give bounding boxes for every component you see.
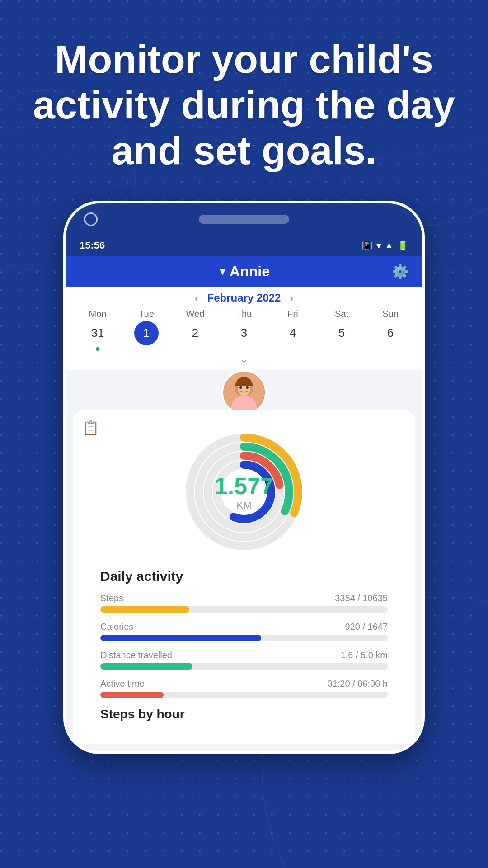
calendar-day[interactable]: Sat5 — [324, 309, 360, 351]
cal-day-name: Fri — [287, 309, 298, 319]
cal-day-name: Sat — [335, 309, 348, 319]
prev-month-button[interactable]: ‹ — [195, 292, 198, 304]
cal-day-name: Tue — [139, 309, 154, 319]
steps-by-hour-title: Steps by hour — [100, 707, 388, 722]
calendar-day[interactable]: Mon31 — [80, 309, 116, 351]
activity-label-row: Steps3354 / 10635 — [100, 593, 388, 604]
header-title-area[interactable]: ▾ Annie — [98, 263, 392, 280]
cal-day-number: 4 — [281, 321, 305, 345]
ring-unit-label: KM — [215, 500, 273, 511]
cal-day-name: Thu — [236, 309, 252, 319]
phone-camera — [84, 212, 98, 226]
settings-icon[interactable]: ⚙️ — [392, 264, 408, 279]
progress-bar-background — [100, 663, 388, 670]
app-header: ▾ Annie ⚙️ — [66, 256, 422, 287]
calendar-section: ‹ February 2022 › Mon31Tue1Wed2Thu3Fri4S… — [66, 287, 422, 370]
calendar-month-row: ‹ February 2022 › — [73, 292, 415, 304]
steps-by-hour-section: Steps by hour — [87, 707, 401, 731]
signal-icon: ▲ — [385, 240, 394, 250]
cal-day-number: 2 — [183, 321, 207, 345]
ring-center: 1.577 KM — [215, 472, 273, 511]
activity-label-text: Active time — [100, 679, 145, 689]
activity-row: Distance travelled1.6 / 5.0 km — [100, 650, 388, 670]
activity-value-text: 920 / 1647 — [345, 622, 388, 632]
ring-chart: 1.577 KM — [87, 424, 401, 560]
calendar-day[interactable]: Wed2 — [177, 309, 213, 351]
status-time: 15:56 — [80, 240, 105, 251]
daily-activity-section: Daily activity Steps3354 / 10635Calories… — [87, 569, 401, 698]
calendar-day[interactable]: Fri4 — [275, 309, 311, 351]
cal-day-name: Mon — [89, 309, 107, 319]
phone-speaker — [199, 215, 289, 224]
phone-top-bar — [66, 203, 422, 235]
avatar-wrapper — [73, 370, 415, 415]
activity-value-text: 3354 / 10635 — [335, 593, 388, 604]
child-avatar — [221, 370, 267, 415]
activity-card: 📋 — [73, 410, 415, 744]
progress-bar-fill — [100, 692, 164, 698]
calendar-days-row: Mon31Tue1Wed2Thu3Fri4Sat5Sun6 — [73, 309, 415, 351]
calendar-day[interactable]: Thu3 — [226, 309, 262, 351]
activity-section: 📋 — [66, 370, 422, 751]
phone-frame: 15:56 📳 ▾ ▲ 🔋 ▾ Annie ⚙️ ‹ February 2022… — [63, 201, 425, 754]
calendar-day[interactable]: Tue1 — [128, 309, 164, 351]
progress-bar-background — [100, 692, 388, 698]
activity-label-row: Calories920 / 1647 — [100, 622, 388, 632]
header-chevron-icon: ▾ — [220, 265, 225, 278]
cal-day-name: Sun — [382, 309, 399, 319]
phone-mockup: 15:56 📳 ▾ ▲ 🔋 ▾ Annie ⚙️ ‹ February 2022… — [0, 201, 488, 754]
status-bar: 15:56 📳 ▾ ▲ 🔋 — [66, 235, 422, 256]
activity-label-text: Steps — [100, 593, 123, 604]
activity-row: Active time01:20 / 06:00 h — [100, 679, 388, 698]
hero-section: Monitor your child's activity during the… — [0, 0, 488, 192]
wifi-icon: ▾ — [376, 240, 381, 251]
activity-label-row: Distance travelled1.6 / 5.0 km — [100, 650, 388, 660]
activity-row: Calories920 / 1647 — [100, 622, 388, 641]
hero-headline: Monitor your child's activity during the… — [27, 36, 461, 174]
cal-day-number: 6 — [378, 321, 403, 345]
next-month-button[interactable]: › — [290, 292, 293, 304]
cal-day-number: 3 — [232, 321, 256, 345]
progress-bar-fill — [100, 635, 261, 641]
calendar-expand-icon[interactable]: ⌄ — [73, 351, 415, 365]
calendar-day[interactable]: Sun6 — [372, 309, 408, 351]
cal-day-number: 1 — [134, 321, 159, 345]
cal-day-dot — [96, 347, 99, 351]
activity-row: Steps3354 / 10635 — [100, 593, 388, 613]
cal-day-number: 31 — [85, 321, 110, 345]
activity-value-text: 1.6 / 5.0 km — [341, 650, 388, 660]
activity-value-text: 01:20 / 06:00 h — [328, 679, 388, 689]
activity-label-text: Calories — [100, 622, 133, 632]
activity-rows: Steps3354 / 10635Calories920 / 1647Dista… — [100, 593, 388, 698]
progress-bar-background — [100, 606, 388, 613]
progress-bar-background — [100, 635, 388, 641]
calendar-month-year: February 2022 — [207, 292, 281, 304]
ring-distance-value: 1.577 — [215, 472, 273, 500]
progress-bar-fill — [100, 606, 189, 613]
status-icons: 📳 ▾ ▲ 🔋 — [361, 240, 408, 251]
activity-label-row: Active time01:20 / 06:00 h — [100, 679, 388, 689]
vibrate-icon: 📳 — [361, 240, 373, 251]
progress-bar-fill — [100, 663, 192, 670]
activity-label-text: Distance travelled — [100, 650, 172, 660]
svg-point-7 — [246, 386, 249, 389]
svg-point-6 — [239, 386, 242, 389]
daily-activity-title: Daily activity — [100, 569, 388, 584]
child-name-label: Annie — [230, 263, 270, 280]
cal-day-number: 5 — [329, 321, 354, 345]
battery-icon: 🔋 — [397, 240, 408, 251]
cal-day-name: Wed — [186, 309, 205, 319]
